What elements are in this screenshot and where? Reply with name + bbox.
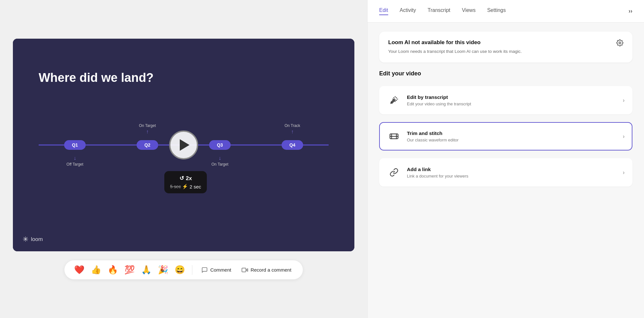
edit-by-transcript-desc: Edit your video using the transcript	[407, 101, 617, 106]
node-q2: On Target ↑ Q2	[137, 140, 158, 150]
trim-and-stitch-desc: Our classic waveform editor	[407, 138, 617, 142]
svg-marker-0	[246, 268, 248, 271]
emoji-100[interactable]: 💯	[124, 265, 135, 275]
node-q1: Q1 ↓ Off Target	[64, 140, 86, 150]
svg-point-2	[619, 42, 621, 44]
emoji-fire[interactable]: 🔥	[107, 265, 119, 275]
link-icon	[387, 165, 401, 179]
tab-settings[interactable]: Settings	[487, 7, 506, 15]
trim-and-stitch-option[interactable]: Trim and stitch Our classic waveform edi…	[379, 122, 632, 150]
right-panel: Edit Activity Transcript Views Settings …	[367, 0, 644, 318]
reaction-bar: ❤️ 👍 🔥 💯 🙏 🎉 😄 Comment Record a comment	[64, 260, 303, 279]
edit-by-transcript-text: Edit by transcript Edit your video using…	[407, 94, 617, 106]
emoji-heart[interactable]: ❤️	[73, 265, 85, 275]
emoji-smiley[interactable]: 😄	[174, 265, 186, 275]
reaction-divider	[192, 265, 192, 275]
timeline-nodes: Q1 ↓ Off Target On Target ↑ Q2	[39, 140, 329, 150]
speed-new: 2 sec	[189, 184, 201, 189]
emoji-thumbs-up[interactable]: 👍	[90, 265, 102, 275]
emoji-pray[interactable]: 🙏	[140, 265, 152, 275]
comment-label: Comment	[210, 267, 231, 273]
node-q1-label: Q1	[64, 140, 86, 150]
chevron-right-icon-link: ›	[623, 169, 625, 176]
camera-icon	[242, 267, 248, 273]
loom-star-icon: ✳	[23, 235, 28, 244]
speed-bottom: 5 sec ⚡ 2 sec	[170, 184, 201, 189]
tab-transcript[interactable]: Transcript	[428, 7, 450, 15]
loom-logo: ✳ loom	[23, 235, 43, 244]
label-below-q3: On Target	[211, 162, 228, 167]
timeline-wrapper: Q1 ↓ Off Target On Target ↑ Q2	[39, 119, 329, 171]
speed-icon: ↺	[179, 175, 184, 182]
ai-card: Loom AI not available for this video You…	[379, 32, 632, 63]
label-above-q2: On Target	[139, 123, 156, 128]
tabs-more-button[interactable]: ››	[629, 8, 632, 14]
comment-icon	[201, 267, 208, 273]
tab-edit[interactable]: Edit	[379, 7, 388, 15]
label-above-q4: On Track	[284, 123, 300, 128]
wand-icon	[387, 93, 401, 107]
video-container: Where did we land? Q1 ↓ Off Target On Ta…	[13, 39, 354, 251]
tab-activity[interactable]: Activity	[400, 7, 416, 15]
speed-original: 5 sec	[170, 184, 181, 189]
tabs-bar: Edit Activity Transcript Views Settings …	[368, 0, 644, 23]
video-title: Where did we land?	[39, 71, 154, 85]
chevron-right-icon-trim: ›	[623, 133, 625, 140]
trim-and-stitch-title: Trim and stitch	[407, 130, 617, 136]
gear-icon[interactable]	[616, 39, 623, 48]
record-comment-label: Record a comment	[251, 267, 292, 273]
add-link-title: Add a link	[407, 167, 617, 172]
speed-top: ↺ 2x	[170, 175, 201, 182]
record-comment-button[interactable]: Record a comment	[239, 267, 294, 273]
comment-button[interactable]: Comment	[199, 267, 234, 273]
trim-icon	[387, 129, 401, 143]
edit-by-transcript-option[interactable]: Edit by transcript Edit your video using…	[379, 86, 632, 114]
edit-section-title: Edit your video	[379, 70, 632, 77]
node-q3: Q3 ↓ On Target	[209, 140, 231, 150]
arrow-down-q3: ↓	[219, 156, 221, 161]
video-inner: Where did we land? Q1 ↓ Off Target On Ta…	[13, 39, 354, 251]
right-content: Loom AI not available for this video You…	[368, 23, 644, 318]
trim-and-stitch-text: Trim and stitch Our classic waveform edi…	[407, 130, 617, 142]
arrow-down-q1: ↓	[74, 156, 76, 161]
edit-section: Edit your video	[379, 70, 632, 78]
edit-by-transcript-title: Edit by transcript	[407, 94, 617, 100]
play-triangle-icon	[180, 139, 189, 151]
emoji-party[interactable]: 🎉	[157, 265, 169, 275]
add-link-desc: Link a document for your viewers	[407, 174, 617, 178]
arrow-up-q4: ↑	[291, 129, 294, 134]
left-panel: Where did we land? Q1 ↓ Off Target On Ta…	[0, 0, 367, 318]
ai-card-content: Loom AI not available for this video You…	[388, 39, 522, 55]
ai-card-description: Your Loom needs a transcript that Loom A…	[388, 48, 522, 55]
speed-popup: ↺ 2x 5 sec ⚡ 2 sec	[164, 171, 207, 193]
play-button[interactable]	[169, 130, 198, 159]
ai-card-title: Loom AI not available for this video	[388, 39, 522, 46]
node-q4: On Track ↑ Q4	[282, 140, 303, 150]
add-link-option[interactable]: Add a link Link a document for your view…	[379, 158, 632, 187]
speed-lightning: ⚡	[182, 184, 188, 189]
add-link-text: Add a link Link a document for your view…	[407, 167, 617, 178]
node-q2-label: Q2	[137, 140, 158, 150]
label-below-q1: Off Target	[66, 162, 83, 167]
loom-brand-text: loom	[31, 236, 43, 243]
svg-rect-1	[242, 268, 246, 272]
node-q4-label: Q4	[282, 140, 303, 150]
node-q3-label: Q3	[209, 140, 231, 150]
chevron-right-icon: ›	[623, 97, 625, 104]
tab-views[interactable]: Views	[462, 7, 476, 15]
arrow-up-q2: ↑	[146, 129, 149, 134]
speed-value: 2x	[186, 175, 192, 182]
